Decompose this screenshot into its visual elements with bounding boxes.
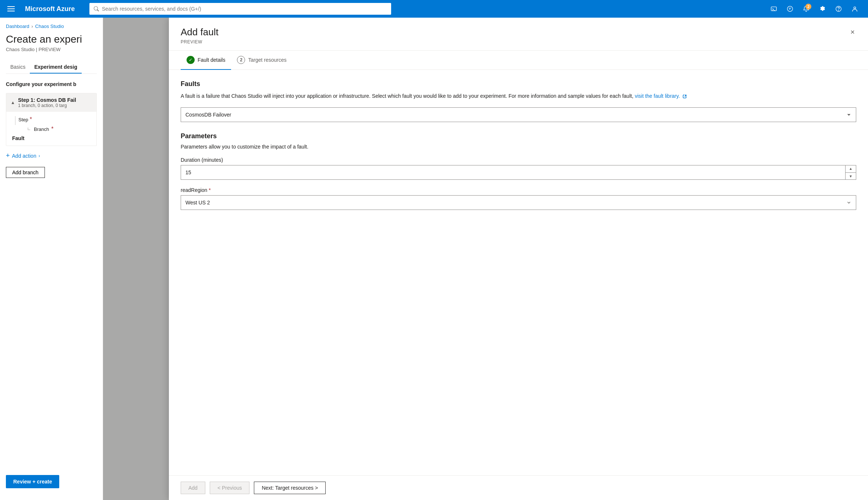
faults-section-title: Faults xyxy=(181,80,856,88)
read-region-required-star: * xyxy=(209,187,210,193)
connector-line xyxy=(15,116,15,125)
step-1-subtitle: 1 branch, 0 action, 0 targ xyxy=(18,103,76,108)
panel-body: Faults A fault is a failure that Chaos S… xyxy=(169,70,868,475)
external-link-icon xyxy=(683,94,687,99)
parameters-section-title: Parameters xyxy=(181,132,856,140)
page-title: Create an experi xyxy=(6,33,97,45)
notification-count: 2 xyxy=(805,4,811,10)
left-sidebar: Dashboard › Chaos Studio Create an exper… xyxy=(0,18,103,500)
duration-spinners: ▲ ▼ xyxy=(845,165,856,180)
step-1-header[interactable]: ▲ Step 1: Cosmos DB Fail 1 branch, 0 act… xyxy=(6,93,96,112)
search-icon xyxy=(94,6,99,11)
fault-details-check-icon: ✓ xyxy=(187,56,195,64)
panel-title: Add fault xyxy=(181,26,219,38)
config-section-label: Configure your experiment b xyxy=(6,81,97,87)
faults-description: A fault is a failure that Chaos Studio w… xyxy=(181,92,856,100)
duration-field[interactable]: ▲ ▼ xyxy=(181,165,856,180)
app-title: Microsoft Azure xyxy=(25,5,75,13)
help-icon[interactable] xyxy=(831,1,846,16)
fault-type-value: CosmosDB Failover xyxy=(185,112,231,118)
fault-library-link[interactable]: visit the fault library. xyxy=(635,93,687,99)
feedback-icon[interactable] xyxy=(783,1,797,16)
chevron-icon: › xyxy=(39,153,40,158)
svg-point-2 xyxy=(787,6,793,11)
branch-required-star: * xyxy=(51,126,53,132)
step-1-container: ▲ Step 1: Cosmos DB Fail 1 branch, 0 act… xyxy=(6,93,97,146)
branch-connector-icon xyxy=(27,127,32,131)
read-region-value: West US 2 xyxy=(185,200,210,206)
breadcrumb-chaos-studio[interactable]: Chaos Studio xyxy=(35,24,64,29)
fault-type-dropdown[interactable]: CosmosDB Failover xyxy=(181,107,856,122)
svg-point-4 xyxy=(839,10,839,11)
notifications-icon[interactable]: 2 xyxy=(799,1,814,16)
svg-rect-0 xyxy=(771,7,776,11)
duration-input[interactable] xyxy=(185,169,845,175)
collapse-icon: ▲ xyxy=(11,100,15,105)
read-region-label: readRegion * xyxy=(181,187,856,193)
close-button[interactable]: × xyxy=(849,26,856,38)
duration-increment[interactable]: ▲ xyxy=(846,165,856,172)
add-fault-panel: Add fault PREVIEW × ✓ Fault details 2 Ta… xyxy=(169,18,868,500)
panel-preview-tag: PREVIEW xyxy=(181,39,219,44)
step-required-star: * xyxy=(30,116,32,123)
panel-header: Add fault PREVIEW × xyxy=(169,18,868,51)
add-branch-button[interactable]: Add branch xyxy=(6,167,45,178)
tab-basics[interactable]: Basics xyxy=(6,61,30,74)
main-tabs: Basics Experiment desig xyxy=(6,61,97,74)
account-icon[interactable] xyxy=(847,1,862,16)
target-resources-number: 2 xyxy=(237,56,245,64)
step-label: Step xyxy=(18,117,28,122)
read-region-chevron-icon xyxy=(846,200,851,205)
step-1-body: Step * Branch * Fault xyxy=(6,112,96,146)
fault-section-label: Fault xyxy=(12,135,91,141)
tab-experiment-design[interactable]: Experiment desig xyxy=(30,61,82,74)
breadcrumb: Dashboard › Chaos Studio xyxy=(6,24,97,29)
next-button[interactable]: Next: Target resources > xyxy=(254,482,326,494)
add-icon: + xyxy=(6,152,10,160)
hamburger-menu[interactable] xyxy=(6,5,16,13)
search-bar[interactable] xyxy=(89,3,391,15)
read-region-dropdown[interactable]: West US 2 xyxy=(181,195,856,210)
add-button: Add xyxy=(181,482,205,494)
topbar: Microsoft Azure 2 xyxy=(0,0,868,18)
add-action-button[interactable]: + Add action › xyxy=(6,150,97,161)
settings-icon[interactable] xyxy=(815,1,830,16)
topbar-icons: 2 xyxy=(766,1,862,16)
search-input[interactable] xyxy=(102,6,387,12)
target-resources-tab-label: Target resources xyxy=(248,57,286,63)
duration-label: Duration (minutes) xyxy=(181,157,856,163)
fault-details-tab-label: Fault details xyxy=(198,57,225,63)
tab-target-resources[interactable]: 2 Target resources xyxy=(231,51,292,70)
panel-tabs: ✓ Fault details 2 Target resources xyxy=(169,51,868,70)
branch-label: Branch xyxy=(34,126,49,132)
review-create-button[interactable]: Review + create xyxy=(6,475,59,488)
previous-button: < Previous xyxy=(210,482,250,494)
dropdown-chevron-icon xyxy=(846,112,851,117)
svg-point-5 xyxy=(854,7,855,9)
branch-row: Branch * xyxy=(18,126,53,132)
add-action-label: Add action xyxy=(12,153,36,159)
tab-fault-details[interactable]: ✓ Fault details xyxy=(181,51,231,70)
parameters-description: Parameters allow you to customize the im… xyxy=(181,144,856,150)
cloud-shell-icon[interactable] xyxy=(766,1,781,16)
breadcrumb-separator: › xyxy=(32,24,33,29)
page-subtitle: Chaos Studio | PREVIEW xyxy=(6,47,97,52)
step-row: Step * Branch * xyxy=(12,116,91,132)
panel-footer: Add < Previous Next: Target resources > xyxy=(169,475,868,500)
breadcrumb-dashboard[interactable]: Dashboard xyxy=(6,24,29,29)
step-1-title: Step 1: Cosmos DB Fail xyxy=(18,97,76,103)
duration-decrement[interactable]: ▼ xyxy=(846,173,856,180)
